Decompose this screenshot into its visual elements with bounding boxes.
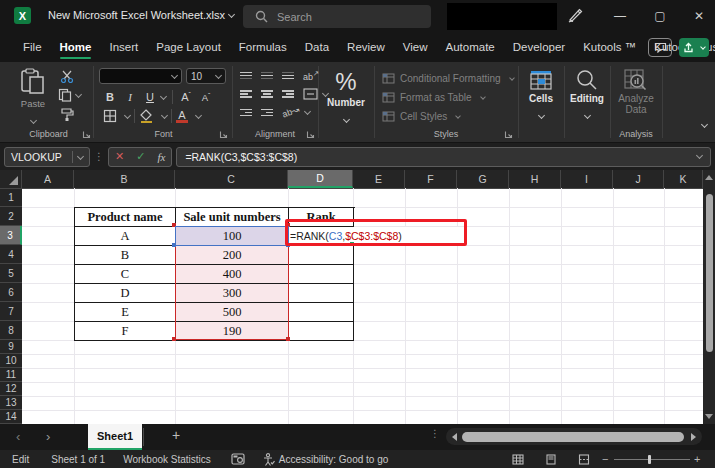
table-row-product[interactable]: F bbox=[75, 322, 176, 341]
table-row-rank[interactable] bbox=[289, 265, 354, 284]
scroll-left-icon[interactable] bbox=[452, 433, 457, 441]
row-header-1[interactable]: 1 bbox=[0, 188, 22, 207]
table-row-product[interactable]: C bbox=[75, 265, 176, 284]
font-size-combo[interactable]: 10 bbox=[186, 68, 226, 84]
font-dialog-launcher-icon[interactable] bbox=[219, 130, 228, 139]
shrink-font-button[interactable]: Aˇ bbox=[199, 92, 213, 103]
cells-group-button[interactable]: Cells bbox=[518, 62, 564, 143]
vertical-scrollbar-thumb[interactable] bbox=[706, 194, 713, 352]
expand-formula-bar-icon[interactable] bbox=[696, 152, 703, 159]
font-name-combo[interactable] bbox=[99, 68, 182, 84]
table-row-rank[interactable] bbox=[289, 322, 354, 341]
column-header-g[interactable]: G bbox=[457, 170, 509, 188]
underline-button[interactable]: U bbox=[143, 91, 157, 103]
column-header-k[interactable]: K bbox=[664, 170, 703, 188]
scroll-up-icon[interactable] bbox=[705, 175, 713, 180]
next-sheet-icon[interactable]: › bbox=[46, 429, 50, 444]
column-header-e[interactable]: E bbox=[353, 170, 405, 188]
row-header-14[interactable]: 14 bbox=[0, 410, 22, 424]
bold-button[interactable]: B bbox=[103, 91, 117, 103]
display-settings-icon[interactable] bbox=[231, 453, 245, 465]
table-row-product[interactable]: B bbox=[75, 246, 176, 265]
table-row-rank[interactable] bbox=[289, 246, 354, 265]
horizontal-scrollbar-thumb[interactable] bbox=[462, 432, 684, 442]
borders-icon[interactable] bbox=[103, 109, 117, 123]
collapse-ribbon-icon[interactable] bbox=[701, 121, 708, 128]
menu-item-file[interactable]: File bbox=[14, 32, 51, 62]
align-left-button[interactable] bbox=[240, 89, 252, 100]
accessibility-status[interactable]: Accessibility: Good to go bbox=[263, 453, 389, 466]
styles-button-format-as-table[interactable]: Format as Table bbox=[382, 88, 514, 107]
workbook-statistics-button[interactable]: Workbook Statistics bbox=[123, 454, 211, 465]
row-header-8[interactable]: 8 bbox=[0, 321, 22, 340]
formula-bar-drag-handle[interactable]: ⋮ bbox=[94, 155, 104, 158]
comments-button[interactable] bbox=[648, 38, 672, 57]
paste-button[interactable]: Paste bbox=[14, 68, 52, 127]
page-break-view-icon[interactable] bbox=[578, 454, 590, 465]
middle-align-button[interactable] bbox=[261, 70, 273, 81]
scroll-down-icon[interactable] bbox=[705, 414, 713, 419]
row-header-2[interactable]: 2 bbox=[0, 207, 22, 226]
table-header-product-name[interactable]: Product name bbox=[75, 208, 176, 227]
menu-item-insert[interactable]: Insert bbox=[100, 32, 147, 62]
close-button[interactable]: ✕ bbox=[684, 2, 714, 30]
align-right-button[interactable] bbox=[282, 89, 294, 100]
row-header-4[interactable]: 4 bbox=[0, 245, 22, 264]
fill-color-dropdown-icon[interactable] bbox=[161, 111, 168, 118]
formula-input[interactable]: =RANK(C3,$C$3:$C$8) bbox=[176, 147, 711, 167]
column-header-h[interactable]: H bbox=[509, 170, 561, 188]
column-header-b[interactable]: B bbox=[74, 170, 175, 188]
zoom-out-button[interactable]: − bbox=[602, 453, 608, 465]
menu-item-kutools-[interactable]: Kutools ™ bbox=[574, 32, 645, 62]
menu-item-developer[interactable]: Developer bbox=[504, 32, 574, 62]
column-header-d[interactable]: D bbox=[288, 170, 353, 188]
page-layout-view-icon[interactable] bbox=[545, 454, 557, 465]
column-header-c[interactable]: C bbox=[175, 170, 288, 188]
menu-item-data[interactable]: Data bbox=[296, 32, 338, 62]
share-button[interactable] bbox=[679, 38, 709, 57]
name-box[interactable]: VLOOKUP bbox=[4, 147, 90, 167]
zoom-slider[interactable] bbox=[614, 459, 690, 460]
row-header-6[interactable]: 6 bbox=[0, 283, 22, 302]
prev-sheet-icon[interactable]: ‹ bbox=[16, 429, 20, 444]
menu-item-automate[interactable]: Automate bbox=[437, 32, 504, 62]
row-header-3[interactable]: 3 bbox=[0, 226, 22, 245]
alignment-dialog-launcher-icon[interactable] bbox=[306, 130, 315, 139]
scroll-right-icon[interactable] bbox=[691, 433, 696, 441]
row-header-9[interactable]: 9 bbox=[0, 340, 22, 354]
styles-dialog-launcher-icon[interactable] bbox=[504, 130, 513, 139]
vertical-scrollbar[interactable] bbox=[703, 170, 715, 424]
table-row-rank[interactable] bbox=[289, 303, 354, 322]
row-header-11[interactable]: 11 bbox=[0, 368, 22, 382]
styles-button-conditional-formatting[interactable]: Conditional Formatting bbox=[382, 69, 514, 88]
menu-item-formulas[interactable]: Formulas bbox=[230, 32, 296, 62]
italic-button[interactable]: I bbox=[123, 91, 137, 103]
font-color-dropdown-icon[interactable] bbox=[195, 111, 202, 118]
row-header-7[interactable]: 7 bbox=[0, 302, 22, 321]
insert-function-button[interactable]: fx bbox=[157, 151, 165, 163]
top-align-button[interactable] bbox=[240, 70, 252, 81]
analyze-data-icon[interactable] bbox=[624, 69, 648, 93]
table-row-product[interactable]: A bbox=[75, 227, 176, 246]
table-row-product[interactable]: E bbox=[75, 303, 176, 322]
font-color-button[interactable]: A bbox=[176, 109, 188, 123]
underline-dropdown-icon[interactable] bbox=[160, 92, 167, 99]
name-box-dropdown-icon[interactable] bbox=[77, 153, 84, 160]
wrap-dropdown-icon[interactable] bbox=[304, 108, 311, 115]
cancel-formula-button[interactable]: ✕ bbox=[115, 150, 124, 163]
table-row-rank[interactable] bbox=[289, 284, 354, 303]
select-all-button[interactable] bbox=[0, 170, 22, 188]
ink-pen-icon[interactable] bbox=[566, 6, 584, 24]
row-header-5[interactable]: 5 bbox=[0, 264, 22, 283]
table-header-sale-unit-numbers[interactable]: Sale unit numbers bbox=[176, 208, 289, 227]
zoom-slider-thumb[interactable] bbox=[648, 455, 651, 464]
tab-bar-splitter[interactable]: ⋮ bbox=[430, 432, 440, 435]
column-header-j[interactable]: J bbox=[613, 170, 664, 188]
add-sheet-button[interactable]: + bbox=[172, 427, 180, 443]
document-title[interactable]: New Microsoft Excel Worksheet.xlsx bbox=[48, 9, 234, 21]
horizontal-scrollbar[interactable] bbox=[446, 428, 702, 445]
sheet-tab-sheet1[interactable]: Sheet1 bbox=[88, 424, 142, 450]
increase-indent-button[interactable] bbox=[261, 107, 273, 118]
column-header-i[interactable]: I bbox=[561, 170, 613, 188]
borders-dropdown-icon[interactable] bbox=[124, 111, 131, 118]
